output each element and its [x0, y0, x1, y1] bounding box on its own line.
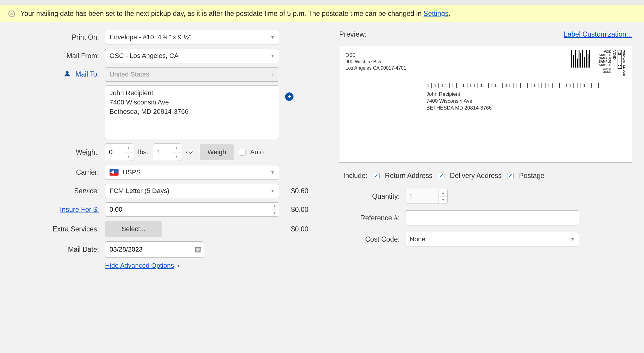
banner-period: .	[448, 10, 450, 17]
hide-advanced-text: Hide Advanced Options	[105, 262, 174, 270]
extra-services-label: Extra Services:	[12, 225, 105, 233]
auto-checkbox[interactable]	[239, 149, 245, 155]
include-row: Include: Return Address Delivery Address…	[339, 172, 632, 180]
envelope-preview: OSC 900 Wilshire Blvd Los Angeles CA 900…	[339, 46, 632, 163]
down-arrow-icon[interactable]: ▼	[172, 152, 181, 161]
print-on-select[interactable]: Envelope - #10, 4 ⅛" x 9 ½" ▼	[105, 30, 279, 44]
mail-to-text[interactable]: Mail To:	[75, 70, 99, 78]
up-arrow-icon[interactable]: ▲	[172, 144, 181, 152]
carrier-label: Carrier:	[12, 168, 105, 176]
down-arrow-icon[interactable]: ▼	[270, 210, 279, 217]
person-icon[interactable]	[64, 70, 71, 79]
postage-checkbox[interactable]	[507, 173, 514, 179]
reference-label: Reference #:	[339, 214, 405, 222]
mail-from-value: OSC - Los Angeles, CA	[110, 52, 179, 60]
quantity-stepper[interactable]: ▲▼	[405, 189, 448, 204]
return-address-checkbox[interactable]	[373, 173, 380, 179]
up-arrow-icon[interactable]: ▲	[124, 144, 133, 152]
weight-lbs-stepper[interactable]: ▲▼	[105, 143, 133, 161]
void-sample-labels: VOID SAMPLE SAMPLE SAMPLE SAMPLE stamps …	[599, 50, 611, 74]
delivery-address-checkbox[interactable]	[438, 173, 444, 179]
delivery-address-label: Delivery Address	[450, 172, 502, 180]
brand-text: stamps endicia	[599, 68, 611, 74]
weight-oz-input[interactable]	[153, 144, 172, 161]
mail-to-country-select[interactable]: United States ▼	[105, 67, 279, 82]
svg-rect-13	[618, 54, 621, 55]
label-customization-link[interactable]: Label Customization...	[564, 30, 632, 38]
down-arrow-icon[interactable]: ▼	[439, 197, 447, 204]
print-on-value: Envelope - #10, 4 ⅛" x 9 ½"	[110, 33, 191, 41]
insure-price: $0.00	[291, 206, 308, 214]
up-arrow-icon[interactable]: ▲	[439, 189, 447, 197]
chevron-down-icon: ▼	[270, 170, 275, 175]
quantity-input[interactable]	[405, 189, 438, 204]
svg-point-7	[199, 250, 200, 250]
to-city: BETHESDA MD 20814-3766	[426, 105, 492, 112]
hide-advanced-toggle[interactable]: Hide Advanced Options ▲	[105, 262, 327, 270]
to-name: John Recipient	[426, 91, 492, 98]
insure-amount-input-wrap[interactable]: ▲ ▼	[105, 202, 279, 217]
up-arrow-icon[interactable]: ▲	[270, 203, 279, 210]
weigh-button[interactable]: Weigh	[200, 144, 234, 160]
svg-point-5	[197, 250, 197, 250]
svg-rect-11	[618, 53, 619, 54]
quantity-label: Quantity:	[339, 192, 405, 201]
to-street: 7400 Wisconsin Ave	[426, 98, 492, 105]
lbs-unit: lbs.	[138, 148, 148, 156]
svg-rect-14	[618, 65, 619, 66]
extra-services-price: $0.00	[291, 225, 308, 233]
include-label: Include:	[343, 172, 368, 180]
spacer	[12, 85, 105, 88]
costcode-select[interactable]: None ▼	[405, 232, 579, 246]
banner-message: Your mailing date has been set to the ne…	[20, 10, 450, 18]
chevron-down-icon: ▼	[270, 53, 275, 58]
calendar-icon[interactable]	[192, 242, 204, 257]
return-address-label: Return Address	[385, 172, 433, 180]
add-recipient-button[interactable]: +	[285, 92, 293, 101]
carrier-value: USPS	[123, 168, 141, 176]
mail-date-field[interactable]	[105, 241, 204, 258]
info-banner: ✕ Your mailing date has been set to the …	[0, 5, 644, 22]
svg-rect-15	[620, 65, 621, 66]
chevron-up-icon: ▲	[176, 263, 181, 268]
top-gray-bar	[0, 0, 644, 5]
service-label: Service:	[12, 187, 105, 195]
svg-point-6	[198, 250, 198, 250]
preview-title: Preview:	[339, 30, 367, 38]
costcode-value: None	[410, 235, 426, 243]
to-address: John Recipient 7400 Wisconsin Ave BETHES…	[426, 91, 492, 112]
mail-to-address-textarea[interactable]	[105, 85, 279, 139]
service-value: FCM Letter (5 Days)	[110, 187, 169, 195]
carrier-select[interactable]: USPS ▼	[105, 165, 279, 180]
mail-from-select[interactable]: OSC - Los Angeles, CA ▼	[105, 49, 279, 63]
qr-placeholder-icon	[618, 50, 622, 69]
costcode-label: Cost Code:	[339, 235, 405, 243]
mail-date-input[interactable]	[110, 246, 192, 253]
svg-point-10	[199, 251, 200, 252]
mail-from-label: Mail From:	[12, 52, 105, 60]
banner-close-icon[interactable]: ✕	[8, 11, 15, 17]
service-select[interactable]: FCM Letter (5 Days) ▼	[105, 184, 279, 198]
chevron-down-icon: ▼	[270, 72, 275, 77]
svg-point-9	[198, 251, 198, 252]
chevron-down-icon: ▼	[570, 237, 575, 242]
intelligent-mail-barcode: ı|ı|ıı|ı||ı|ıı|ı||ıı||ıı||||||ı|||ı||||ı…	[426, 82, 600, 88]
service-price: $0.60	[291, 187, 308, 195]
chevron-down-icon: ▼	[270, 35, 275, 40]
void-sample-vertical: VOID SAMPLE VOID	[623, 50, 626, 76]
insure-amount-input[interactable]	[110, 206, 270, 213]
svg-point-0	[66, 71, 68, 74]
banner-settings-link[interactable]: Settings	[423, 10, 448, 17]
down-arrow-icon[interactable]: ▼	[124, 152, 133, 161]
print-on-label: Print On:	[12, 33, 105, 41]
auto-label: Auto	[250, 148, 264, 156]
postage-area: VOID SAMPLE SAMPLE SAMPLE SAMPLE stamps …	[571, 50, 626, 76]
extra-services-button[interactable]: Select...	[105, 221, 162, 237]
weight-oz-stepper[interactable]: ▲▼	[153, 143, 181, 161]
reference-input[interactable]	[405, 210, 579, 225]
insure-for-link[interactable]: Insure For $:	[60, 206, 99, 213]
weight-lbs-input[interactable]	[105, 144, 124, 161]
usps-icon	[110, 169, 119, 176]
mail-to-country-value: United States	[110, 71, 149, 78]
chevron-down-icon: ▼	[270, 189, 275, 193]
